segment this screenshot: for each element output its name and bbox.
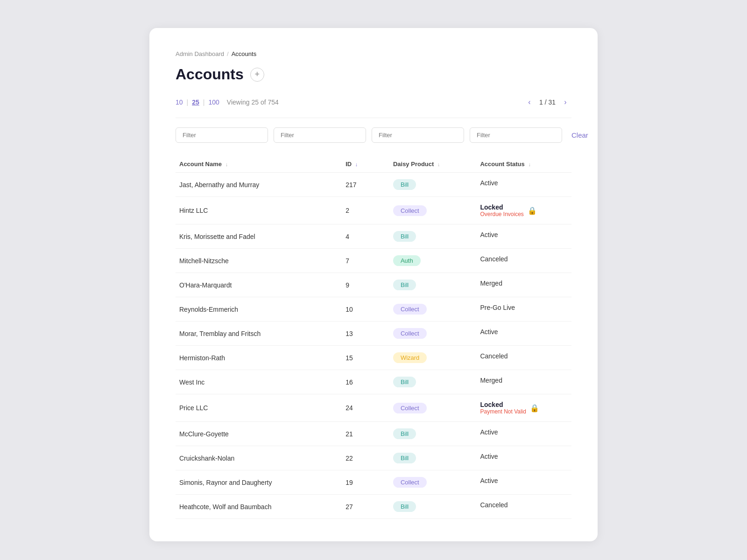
cell-status: Canceled [476,346,571,366]
cell-account-name: Kris, Morissette and Fadel [176,224,342,249]
cell-status: Merged [476,273,571,294]
cell-account-name: O'Hara-Marquardt [176,273,342,297]
table-row[interactable]: Price LLC24CollectLockedPayment Not Vali… [176,394,571,422]
cell-account-name: Reynolds-Emmerich [176,297,342,322]
cell-status: Merged [476,370,571,391]
product-badge: Collect [393,403,427,413]
cell-product: Collect [389,322,477,346]
main-card: Admin Dashboard / Accounts Accounts + 10… [149,28,598,541]
pagination-info: 1 / 31 [539,98,556,106]
cell-account-name: Simonis, Raynor and Daugherty [176,470,342,495]
status-text: Merged [480,377,502,384]
col-header-status: Account Status ↓ [476,156,571,173]
pagination: ‹ 1 / 31 › [523,96,571,108]
cell-product: Collect [389,197,477,224]
cell-id: 21 [342,422,389,446]
page-size-100[interactable]: 100 [208,98,219,106]
cell-product: Collect [389,297,477,322]
cell-id: 217 [342,173,389,197]
toolbar: 10 | 25 | 100 Viewing 25 of 754 ‹ 1 / 31… [176,96,571,108]
table-row[interactable]: O'Hara-Marquardt9BillMerged [176,273,571,297]
cell-product: Bill [389,173,477,197]
table-row[interactable]: Heathcote, Wolf and Baumbach27BillCancel… [176,495,571,519]
cell-product: Bill [389,273,477,297]
cell-product: Bill [389,446,477,470]
page-size-25[interactable]: 25 [192,98,199,106]
status-text: Merged [480,280,502,287]
breadcrumb-separator: / [227,50,229,57]
status-text: Canceled [480,352,507,360]
breadcrumb-parent[interactable]: Admin Dashboard [176,50,224,57]
pagination-next[interactable]: › [559,96,571,108]
cell-account-name: Mitchell-Nitzsche [176,249,342,273]
viewing-label: Viewing 25 of 754 [227,98,279,106]
cell-product: Collect [389,470,477,495]
cell-account-name: Heathcote, Wolf and Baumbach [176,495,342,519]
cell-account-name: Hermiston-Rath [176,346,342,370]
filter-product[interactable] [372,127,464,143]
cell-product: Wizard [389,346,477,370]
table-header: Account Name ↓ ID ↓ Daisy Product ↓ Acco… [176,156,571,173]
status-text: Active [480,179,498,187]
cell-account-name: Cruickshank-Nolan [176,446,342,470]
cell-status: Active [476,470,571,491]
status-text: Pre-Go Live [480,304,515,311]
col-header-name: Account Name ↓ [176,156,342,173]
table-row[interactable]: Reynolds-Emmerich10CollectPre-Go Live [176,297,571,322]
cell-id: 13 [342,322,389,346]
product-badge: Wizard [393,352,427,363]
sort-id-icon[interactable]: ↓ [355,161,358,167]
cell-account-name: McClure-Goyette [176,422,342,446]
clear-filters-button[interactable]: Clear [568,129,592,141]
page-size-10[interactable]: 10 [176,98,183,106]
cell-status: LockedPayment Not Valid🔒 [476,394,571,421]
cell-status: Canceled [476,249,571,269]
cell-id: 10 [342,297,389,322]
table-row[interactable]: Simonis, Raynor and Daugherty19CollectAc… [176,470,571,495]
table-row[interactable]: Jast, Abernathy and Murray217BillActive [176,173,571,197]
add-account-button[interactable]: + [250,68,264,82]
page-size-selector: 10 | 25 | 100 [176,98,219,106]
sort-product-icon[interactable]: ↓ [437,161,440,167]
cell-id: 15 [342,346,389,370]
product-badge: Collect [393,304,427,315]
toolbar-left: 10 | 25 | 100 Viewing 25 of 754 [176,98,279,106]
table-row[interactable]: Cruickshank-Nolan22BillActive [176,446,571,470]
table-row[interactable]: Hermiston-Rath15WizardCanceled [176,346,571,370]
product-badge: Collect [393,477,427,488]
status-sub-text: Payment Not Valid [480,408,526,415]
product-badge: Collect [393,328,427,339]
pagination-prev[interactable]: ‹ [523,96,536,108]
cell-id: 4 [342,224,389,249]
cell-id: 2 [342,197,389,224]
filter-account-name[interactable] [176,127,268,143]
table-body: Jast, Abernathy and Murray217BillActiveH… [176,173,571,519]
cell-account-name: West Inc [176,370,342,394]
filter-id[interactable] [274,127,366,143]
table-row[interactable]: Morar, Tremblay and Fritsch13CollectActi… [176,322,571,346]
sort-status-icon[interactable]: ↓ [528,161,531,167]
col-header-id: ID ↓ [342,156,389,173]
table-row[interactable]: McClure-Goyette21BillActive [176,422,571,446]
status-text: Active [480,453,498,460]
cell-id: 24 [342,394,389,422]
filter-status[interactable] [470,127,562,143]
table-row[interactable]: Kris, Morissette and Fadel4BillActive [176,224,571,249]
status-text: Active [480,477,498,484]
product-badge: Collect [393,205,427,216]
cell-id: 22 [342,446,389,470]
cell-id: 7 [342,249,389,273]
table-row[interactable]: Hintz LLC2CollectLockedOverdue Invoices🔒 [176,197,571,224]
cell-product: Collect [389,394,477,422]
status-text: Canceled [480,501,507,509]
lock-icon: 🔒 [528,206,537,215]
sort-name-icon[interactable]: ↓ [226,161,228,167]
cell-account-name: Morar, Tremblay and Fritsch [176,322,342,346]
cell-status: Pre-Go Live [476,297,571,318]
table-row[interactable]: Mitchell-Nitzsche7AuthCanceled [176,249,571,273]
product-badge: Bill [393,179,416,190]
cell-id: 19 [342,470,389,495]
status-text: Active [480,328,498,336]
table-row[interactable]: West Inc16BillMerged [176,370,571,394]
cell-product: Bill [389,495,477,519]
